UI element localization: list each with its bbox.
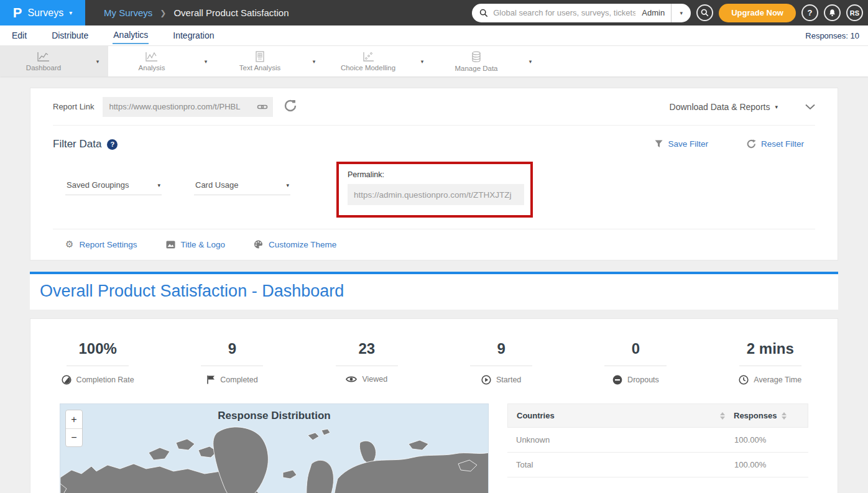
responses-cell: 100.00% <box>734 460 800 469</box>
global-search-input[interactable] <box>493 8 635 17</box>
nav-integration[interactable]: Integration <box>172 27 215 44</box>
gear-icon: ⚙ <box>65 239 73 250</box>
tab-label: Dashboard <box>26 64 61 71</box>
map-zoom-control: + − <box>65 410 83 447</box>
tab-label: Manage Data <box>455 65 497 72</box>
stat-label: Completed <box>220 376 257 384</box>
saved-groupings-select[interactable]: Saved Groupings ▾ <box>65 177 162 195</box>
tab-manage-data-menu[interactable]: ▾ <box>520 46 541 76</box>
stat-value: 0 <box>632 340 640 357</box>
notifications-button[interactable] <box>824 4 841 21</box>
user-avatar[interactable]: RS <box>846 4 863 21</box>
dashboard-title-card: Overall Product Satisfaction - Dashboard <box>30 274 838 310</box>
search-icon <box>701 9 709 17</box>
countries-header-label: Countries <box>517 411 555 420</box>
quick-search-button[interactable] <box>696 4 713 21</box>
help-button[interactable]: ? <box>801 4 818 21</box>
save-filter-button[interactable]: Save Filter <box>655 139 708 149</box>
nav-distribute[interactable]: Distribute <box>51 27 89 44</box>
report-link-input[interactable] <box>103 97 273 117</box>
analytics-tab-strip: Dashboard ▾ Analysis ▾ Text Analysis ▾ <box>0 46 868 76</box>
collapse-panel-button[interactable] <box>805 101 815 113</box>
caret-down-icon: ▾ <box>157 182 160 188</box>
responses-count: Responses: 10 <box>805 31 859 40</box>
questionpro-logo-icon: P <box>13 6 22 20</box>
tab-analysis-menu[interactable]: ▾ <box>195 46 216 76</box>
table-row: Total 100.00% <box>507 453 808 477</box>
stat-started: 9 Started <box>434 340 568 385</box>
chevron-down-icon: ▾ <box>69 9 72 16</box>
link-icon[interactable] <box>257 101 268 113</box>
nav-edit[interactable]: Edit <box>11 27 27 44</box>
minus-circle-icon <box>612 375 622 385</box>
responses-cell: 100.00% <box>734 435 800 445</box>
reset-icon <box>747 139 756 149</box>
product-switcher[interactable]: P Surveys ▾ <box>0 0 85 25</box>
stat-value: 9 <box>228 340 236 357</box>
breadcrumb: My Surveys ❯ Overall Product Satisfactio… <box>104 7 289 18</box>
stat-label: Viewed <box>362 375 387 384</box>
stat-value: 2 mins <box>747 340 794 357</box>
bell-icon <box>828 9 836 17</box>
tab-text-analysis-menu[interactable]: ▾ <box>303 46 325 76</box>
breadcrumb-current: Overall Product Satisfaction <box>173 7 289 18</box>
countries-table-header: Countries Responses <box>507 403 808 428</box>
country-cell: Total <box>516 460 734 469</box>
stat-value: 100% <box>78 340 116 357</box>
survey-stats-row: 100% Completion Rate 9 <box>30 340 838 385</box>
palette-icon <box>254 240 263 249</box>
tab-dashboard[interactable]: Dashboard ▾ <box>0 46 108 76</box>
half-circle-icon <box>62 375 72 385</box>
tab-choice-modelling-menu[interactable]: ▾ <box>412 46 433 76</box>
sort-responses-icon[interactable] <box>782 412 787 420</box>
filter-help-icon[interactable]: ? <box>107 139 118 150</box>
caret-down-icon: ▾ <box>286 182 289 188</box>
reset-filter-label: Reset Filter <box>761 139 804 149</box>
map-zoom-out-button[interactable]: − <box>66 428 82 446</box>
upgrade-now-button[interactable]: Upgrade Now <box>719 4 796 22</box>
response-distribution-map[interactable]: Response Distribution + − <box>60 403 489 493</box>
dashboard-stats-card: 100% Completion Rate 9 <box>30 318 838 493</box>
play-circle-icon <box>481 375 491 385</box>
stat-average-time: 2 mins Average Time <box>703 340 838 385</box>
funnel-icon <box>655 140 663 148</box>
table-row: Unknown 100.00% <box>507 428 808 453</box>
clock-icon <box>739 375 749 385</box>
map-zoom-in-button[interactable]: + <box>66 410 82 428</box>
nav-analytics[interactable]: Analytics <box>113 27 149 44</box>
sort-countries-icon[interactable] <box>720 412 725 420</box>
globe-lock-icon <box>284 99 297 112</box>
search-scope-label: Admin <box>635 8 671 17</box>
download-data-reports-label: Download Data & Reports <box>670 102 770 112</box>
chevron-down-icon <box>805 104 815 110</box>
tab-analysis[interactable]: Analysis ▾ <box>108 46 216 76</box>
reset-filter-button[interactable]: Reset Filter <box>747 139 804 149</box>
stat-value: 9 <box>497 340 505 357</box>
branded-domain-button[interactable] <box>284 99 297 114</box>
line-chart-icon <box>145 51 159 62</box>
title-logo-label: Title & Logo <box>181 240 226 249</box>
save-filter-label: Save Filter <box>668 139 708 149</box>
line-chart-icon <box>37 51 50 62</box>
card-usage-select[interactable]: Card Usage ▾ <box>194 177 290 195</box>
download-data-reports-dropdown[interactable]: Download Data & Reports ▾ <box>670 102 778 112</box>
card-usage-value: Card Usage <box>195 180 238 190</box>
country-cell: Unknown <box>516 435 734 445</box>
search-scope-dropdown[interactable]: ▾ <box>671 4 691 22</box>
tab-text-analysis[interactable]: Text Analysis ▾ <box>216 46 325 76</box>
stat-completion-rate: 100% Completion Rate <box>30 340 165 385</box>
breadcrumb-my-surveys[interactable]: My Surveys <box>104 7 152 18</box>
tab-choice-modelling[interactable]: Choice Modelling ▾ <box>325 46 433 76</box>
database-icon <box>470 51 482 63</box>
flag-icon <box>206 375 215 384</box>
global-search[interactable]: Admin ▾ <box>472 4 691 22</box>
product-name: Surveys <box>27 7 63 19</box>
stat-label: Average Time <box>754 376 801 384</box>
permalink-input[interactable] <box>348 184 524 205</box>
tab-manage-data[interactable]: Manage Data ▾ <box>433 46 541 76</box>
tab-dashboard-menu[interactable]: ▾ <box>87 46 108 76</box>
report-settings-button[interactable]: ⚙ Report Settings <box>65 239 137 250</box>
title-logo-button[interactable]: Title & Logo <box>166 239 226 250</box>
customize-theme-button[interactable]: Customize Theme <box>254 239 336 250</box>
map-title: Response Distribution <box>60 410 488 422</box>
